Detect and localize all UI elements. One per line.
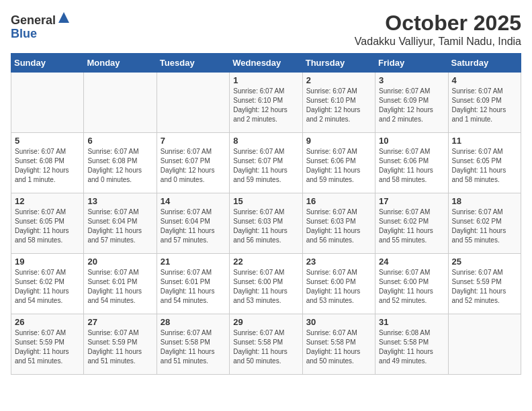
day-info: Sunrise: 6:07 AM Sunset: 6:00 PM Dayligh… <box>306 268 371 306</box>
calendar-cell: 21Sunrise: 6:07 AM Sunset: 6:01 PM Dayli… <box>157 254 229 314</box>
day-number: 31 <box>379 317 444 327</box>
calendar-cell: 23Sunrise: 6:07 AM Sunset: 6:00 PM Dayli… <box>302 254 375 314</box>
day-info: Sunrise: 6:07 AM Sunset: 5:59 PM Dayligh… <box>15 328 80 366</box>
day-number: 27 <box>87 317 152 327</box>
day-info: Sunrise: 6:07 AM Sunset: 6:00 PM Dayligh… <box>233 268 298 306</box>
day-info: Sunrise: 6:07 AM Sunset: 5:59 PM Dayligh… <box>87 328 152 366</box>
day-number: 12 <box>15 196 80 206</box>
col-wednesday: Wednesday <box>230 54 302 73</box>
calendar-cell: 11Sunrise: 6:07 AM Sunset: 6:05 PM Dayli… <box>448 133 521 193</box>
day-number: 16 <box>306 196 371 206</box>
day-number: 19 <box>15 257 80 267</box>
day-number: 10 <box>379 136 444 146</box>
day-number: 17 <box>379 196 444 206</box>
day-info: Sunrise: 6:07 AM Sunset: 6:01 PM Dayligh… <box>161 268 226 306</box>
day-number: 18 <box>452 196 517 206</box>
day-info: Sunrise: 6:07 AM Sunset: 6:02 PM Dayligh… <box>15 268 80 306</box>
logo-icon <box>57 11 71 24</box>
calendar-week-3: 12Sunrise: 6:07 AM Sunset: 6:05 PM Dayli… <box>11 193 521 254</box>
calendar-cell: 17Sunrise: 6:07 AM Sunset: 6:02 PM Dayli… <box>375 193 448 254</box>
day-info: Sunrise: 6:07 AM Sunset: 6:04 PM Dayligh… <box>87 208 152 245</box>
day-number: 15 <box>233 196 298 206</box>
calendar-cell: 26Sunrise: 6:07 AM Sunset: 5:59 PM Dayli… <box>11 314 84 375</box>
logo: General Blue <box>11 11 71 41</box>
day-info: Sunrise: 6:07 AM Sunset: 6:03 PM Dayligh… <box>306 208 371 245</box>
day-info: Sunrise: 6:07 AM Sunset: 6:09 PM Dayligh… <box>452 87 517 124</box>
calendar-cell: 18Sunrise: 6:07 AM Sunset: 6:02 PM Dayli… <box>448 193 521 254</box>
day-number: 7 <box>161 136 226 146</box>
calendar-cell: 7Sunrise: 6:07 AM Sunset: 6:07 PM Daylig… <box>157 133 229 193</box>
day-info: Sunrise: 6:07 AM Sunset: 6:07 PM Dayligh… <box>233 147 298 185</box>
day-info: Sunrise: 6:07 AM Sunset: 5:58 PM Dayligh… <box>161 328 226 366</box>
page-subtitle: Vadakku Valliyur, Tamil Nadu, India <box>355 36 521 48</box>
calendar-table: Sunday Monday Tuesday Wednesday Thursday… <box>11 53 521 375</box>
day-info: Sunrise: 6:07 AM Sunset: 5:59 PM Dayligh… <box>452 268 517 306</box>
calendar-cell: 30Sunrise: 6:07 AM Sunset: 5:58 PM Dayli… <box>302 314 375 375</box>
calendar-cell: 3Sunrise: 6:07 AM Sunset: 6:09 PM Daylig… <box>375 73 448 133</box>
calendar-week-1: 1Sunrise: 6:07 AM Sunset: 6:10 PM Daylig… <box>11 73 521 133</box>
day-number: 5 <box>15 136 80 146</box>
day-number: 11 <box>452 136 517 146</box>
day-number: 23 <box>306 257 371 267</box>
day-number: 30 <box>306 317 371 327</box>
calendar-week-4: 19Sunrise: 6:07 AM Sunset: 6:02 PM Dayli… <box>11 254 521 314</box>
col-monday: Monday <box>84 54 157 73</box>
page-header: General Blue October 2025 Vadakku Valliy… <box>11 11 521 48</box>
day-number: 4 <box>452 75 517 85</box>
day-number: 28 <box>161 317 226 327</box>
calendar-cell: 13Sunrise: 6:07 AM Sunset: 6:04 PM Dayli… <box>84 193 157 254</box>
calendar-cell: 31Sunrise: 6:08 AM Sunset: 5:58 PM Dayli… <box>375 314 448 375</box>
logo-general-text: General <box>11 13 56 27</box>
calendar-body: 1Sunrise: 6:07 AM Sunset: 6:10 PM Daylig… <box>11 73 521 375</box>
day-info: Sunrise: 6:07 AM Sunset: 6:05 PM Dayligh… <box>452 147 517 185</box>
day-info: Sunrise: 6:07 AM Sunset: 6:03 PM Dayligh… <box>233 208 298 245</box>
day-number: 25 <box>452 257 517 267</box>
logo-blue-text: Blue <box>11 27 37 40</box>
calendar-cell: 29Sunrise: 6:07 AM Sunset: 5:58 PM Dayli… <box>230 314 302 375</box>
col-thursday: Thursday <box>302 54 375 73</box>
day-number: 8 <box>233 136 298 146</box>
day-number: 20 <box>87 257 152 267</box>
day-number: 26 <box>15 317 80 327</box>
day-info: Sunrise: 6:07 AM Sunset: 5:58 PM Dayligh… <box>306 328 371 366</box>
day-number: 9 <box>306 136 371 146</box>
calendar-cell: 9Sunrise: 6:07 AM Sunset: 6:06 PM Daylig… <box>302 133 375 193</box>
day-info: Sunrise: 6:07 AM Sunset: 6:10 PM Dayligh… <box>306 87 371 124</box>
day-info: Sunrise: 6:07 AM Sunset: 6:06 PM Dayligh… <box>379 147 444 185</box>
calendar-cell <box>448 314 521 375</box>
calendar-cell: 8Sunrise: 6:07 AM Sunset: 6:07 PM Daylig… <box>230 133 302 193</box>
header-row: Sunday Monday Tuesday Wednesday Thursday… <box>11 54 521 73</box>
col-saturday: Saturday <box>448 54 521 73</box>
day-number: 6 <box>87 136 152 146</box>
day-info: Sunrise: 6:07 AM Sunset: 6:02 PM Dayligh… <box>379 208 444 245</box>
day-info: Sunrise: 6:07 AM Sunset: 6:08 PM Dayligh… <box>87 147 152 185</box>
calendar-cell: 28Sunrise: 6:07 AM Sunset: 5:58 PM Dayli… <box>157 314 229 375</box>
calendar-cell <box>84 73 157 133</box>
calendar-cell: 24Sunrise: 6:07 AM Sunset: 6:00 PM Dayli… <box>375 254 448 314</box>
day-info: Sunrise: 6:07 AM Sunset: 6:04 PM Dayligh… <box>161 208 226 245</box>
day-info: Sunrise: 6:07 AM Sunset: 6:01 PM Dayligh… <box>87 268 152 306</box>
calendar-week-2: 5Sunrise: 6:07 AM Sunset: 6:08 PM Daylig… <box>11 133 521 193</box>
day-info: Sunrise: 6:07 AM Sunset: 6:08 PM Dayligh… <box>15 147 80 185</box>
day-number: 1 <box>233 75 298 85</box>
day-number: 21 <box>161 257 226 267</box>
day-info: Sunrise: 6:08 AM Sunset: 5:58 PM Dayligh… <box>379 328 444 366</box>
calendar-cell: 1Sunrise: 6:07 AM Sunset: 6:10 PM Daylig… <box>230 73 302 133</box>
day-info: Sunrise: 6:07 AM Sunset: 6:06 PM Dayligh… <box>306 147 371 185</box>
day-number: 24 <box>379 257 444 267</box>
day-info: Sunrise: 6:07 AM Sunset: 6:05 PM Dayligh… <box>15 208 80 245</box>
page-title: October 2025 <box>355 11 521 36</box>
calendar-cell: 4Sunrise: 6:07 AM Sunset: 6:09 PM Daylig… <box>448 73 521 133</box>
calendar-week-5: 26Sunrise: 6:07 AM Sunset: 5:59 PM Dayli… <box>11 314 521 375</box>
day-info: Sunrise: 6:07 AM Sunset: 6:10 PM Dayligh… <box>233 87 298 124</box>
calendar-cell: 19Sunrise: 6:07 AM Sunset: 6:02 PM Dayli… <box>11 254 84 314</box>
calendar-header: Sunday Monday Tuesday Wednesday Thursday… <box>11 54 521 73</box>
calendar-cell: 20Sunrise: 6:07 AM Sunset: 6:01 PM Dayli… <box>84 254 157 314</box>
day-number: 22 <box>233 257 298 267</box>
calendar-cell: 15Sunrise: 6:07 AM Sunset: 6:03 PM Dayli… <box>230 193 302 254</box>
day-info: Sunrise: 6:07 AM Sunset: 6:09 PM Dayligh… <box>379 87 444 124</box>
calendar-cell: 5Sunrise: 6:07 AM Sunset: 6:08 PM Daylig… <box>11 133 84 193</box>
day-number: 14 <box>161 196 226 206</box>
col-friday: Friday <box>375 54 448 73</box>
calendar-cell: 16Sunrise: 6:07 AM Sunset: 6:03 PM Dayli… <box>302 193 375 254</box>
